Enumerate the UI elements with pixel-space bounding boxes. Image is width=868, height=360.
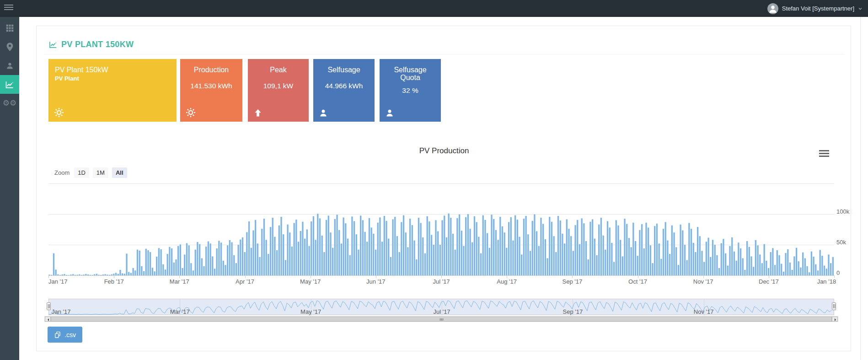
x-axis-label: Jul '17 [433,278,450,285]
x-axis-label: May '17 [300,278,321,285]
y-axis-label-100k: 100k [836,208,849,215]
sidebar-item-charts[interactable] [0,75,19,94]
navigator-label: Jul '17 [433,308,450,315]
x-axis-label: Mar '17 [170,278,189,285]
x-axis-label: Sep '17 [562,278,582,285]
scrollbar-right-arrow[interactable] [832,317,838,322]
app-root: Stefan Voit [Systempartner] [0,0,868,360]
x-axis-label: Aug '17 [497,278,517,285]
zoom-button-1d[interactable]: 1D [74,167,89,178]
scrollbar-thumb[interactable] [51,317,832,322]
chart-navigator[interactable]: Jan '17Mar '17May '17Jul '17Sep '17Nov '… [48,299,834,315]
chevron-down-icon [858,6,863,11]
x-axis-label: Nov '17 [693,278,713,285]
person-icon [769,5,777,13]
user-menu[interactable]: Stefan Voit [Systempartner] [767,0,864,17]
navigator-label: Nov '17 [694,308,714,315]
tile-selfusage-quota[interactable]: Selfusage Quota 32 % [380,59,441,122]
tile-value: 141.530 kWh [180,82,242,90]
x-axis-label: Dec '17 [759,278,779,285]
person-icon [385,108,394,118]
sun-icon [186,107,196,118]
csv-export-button[interactable]: .csv [48,327,82,343]
range-selector: Zoom 1D 1M All [54,167,127,178]
divider [44,54,844,54]
main-card: PV PLANT 150KW PV Plant 150kW PV Plant P… [36,26,851,351]
sidebar-item-settings[interactable]: ⚙⚙ [0,94,19,113]
zoom-button-all[interactable]: All [112,167,127,178]
y-axis-label-0: 0 [836,269,840,276]
sidebar: ⚙⚙ [0,17,19,360]
hamburger-menu-icon[interactable] [4,5,13,12]
tile-title: Production [180,59,242,74]
page-title-text: PV PLANT 150KW [61,40,134,49]
tile-value: 44.966 kWh [313,82,375,90]
user-name: Stefan Voit [Systempartner] [782,5,854,12]
chart-scrollbar[interactable] [44,316,838,322]
x-axis-label: Apr '17 [236,278,254,285]
navigator-handle-left[interactable] [47,302,51,310]
x-axis-label: Feb '17 [104,278,124,285]
tile-title: Peak [248,59,309,74]
tile-subtitle: PV Plant [48,75,177,82]
copy-icon [54,331,61,339]
tile-value: 109,1 kW [248,82,309,90]
scrollbar-left-arrow[interactable] [45,317,51,322]
tile-title: Selfusage Quota [380,59,441,82]
csv-button-label: .csv [64,331,76,339]
chart-title: PV Production [37,146,852,156]
chart-line-icon [5,81,14,89]
map-pin-icon [6,43,13,51]
tile-title: Selfusage [313,59,375,74]
navigator-label: Jan '17 [52,308,71,315]
x-axis-label: Jun '17 [366,278,386,285]
tile-production[interactable]: Production 141.530 kWh [180,59,242,122]
navigator-label: May '17 [300,308,321,315]
tile-title: PV Plant 150kW [48,59,177,74]
sidebar-item-modules[interactable] [0,19,19,38]
page-title: PV PLANT 150KW [48,40,134,49]
zoom-button-1m[interactable]: 1M [93,167,108,178]
avatar [767,3,778,14]
sidebar-item-users[interactable] [0,56,19,75]
chart-export-menu-icon[interactable] [819,150,829,157]
navigator-label: Mar '17 [170,308,190,315]
y-axis-label-50k: 50k [836,239,846,246]
gears-icon: ⚙⚙ [3,99,16,107]
x-axis-label: Oct '17 [628,278,647,285]
x-axis-label: Jan '17 [48,278,68,285]
person-icon [319,108,328,118]
x-axis-label: Jan '18 [817,278,836,285]
chart-plot-area[interactable] [48,183,834,275]
user-icon [6,62,14,70]
tile-peak[interactable]: Peak 109,1 kW [248,59,309,122]
chart-line-icon [48,41,58,48]
zoom-label: Zoom [54,169,70,176]
arrow-up-icon [253,108,263,118]
grid-icon [6,24,14,32]
navigator-label: Sep '17 [563,308,583,315]
tile-pv-plant[interactable]: PV Plant 150kW PV Plant [48,59,177,122]
tile-selfusage[interactable]: Selfusage 44.966 kWh [313,59,375,122]
content-right-border [860,17,861,360]
navigator-handle-right[interactable] [832,302,836,310]
tile-value: 32 % [380,86,441,95]
top-bar: Stefan Voit [Systempartner] [0,0,868,17]
sun-icon [54,107,64,118]
sidebar-item-locations[interactable] [0,38,19,56]
